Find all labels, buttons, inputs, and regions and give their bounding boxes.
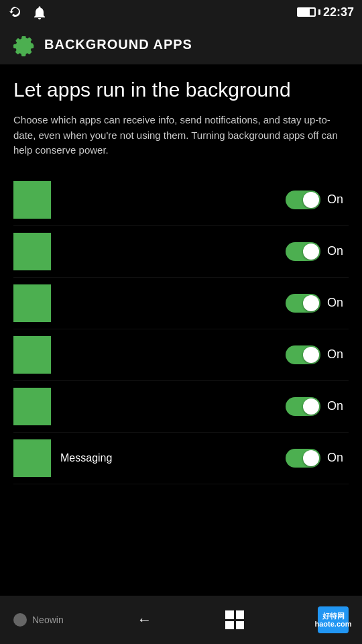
toggle-label-5: On: [327, 399, 349, 413]
win-square-2: [236, 610, 245, 619]
neowin-logo-icon: [13, 613, 27, 627]
toggle-container-1: On: [286, 191, 349, 209]
toggle-label-4: On: [327, 347, 349, 362]
status-bar: 22:37: [0, 0, 362, 24]
toggle-knob-4: [303, 347, 319, 363]
toggle-knob-5: [303, 398, 319, 415]
toggle-label-messaging: On: [327, 451, 349, 465]
bottom-nav: Neowin ← 好特网haote.com: [0, 596, 362, 644]
main-content: Let apps run in the background Choose wh…: [0, 64, 362, 484]
app-icon-2: [13, 233, 51, 270]
win-square-1: [225, 610, 234, 619]
battery-indicator: 22:37: [297, 5, 354, 19]
neowin-brand-text: Neowin: [32, 614, 64, 625]
toggle-switch-4[interactable]: [286, 345, 320, 364]
haote-badge-text: 好特网haote.com: [315, 612, 352, 628]
toggle-label-1: On: [327, 193, 349, 207]
toggle-knob-3: [303, 295, 319, 311]
refresh-icon: [8, 5, 23, 19]
app-list: On On On: [13, 174, 349, 484]
toggle-knob-1: [303, 192, 319, 208]
app-name-messaging: Messaging: [51, 452, 286, 464]
haote-badge: 好特网haote.com: [318, 606, 349, 633]
app-icon-4: [13, 336, 51, 374]
status-time: 22:37: [323, 5, 354, 19]
app-item-5: On: [13, 381, 349, 433]
app-item-2: On: [13, 226, 349, 278]
page-title: Let apps run in the background: [13, 78, 349, 102]
notification-icon: [32, 5, 47, 19]
toggle-switch-messaging[interactable]: [286, 449, 320, 468]
toggle-switch-5[interactable]: [286, 397, 320, 416]
toggle-container-4: On: [286, 345, 349, 364]
toggle-switch-1[interactable]: [286, 191, 320, 209]
nav-back-button[interactable]: ←: [137, 611, 152, 629]
toggle-knob-messaging: [303, 450, 319, 466]
toggle-switch-2[interactable]: [286, 242, 320, 261]
win-square-3: [225, 621, 234, 630]
battery-tip: [318, 9, 320, 15]
app-item-messaging: Messaging On: [13, 433, 349, 484]
battery-body: [297, 7, 316, 17]
windows-start-button[interactable]: [225, 610, 244, 629]
win-square-4: [236, 621, 245, 630]
header-title: BACKGROUND APPS: [44, 37, 192, 52]
app-icon-5: [13, 388, 51, 425]
toggle-container-3: On: [286, 294, 349, 313]
app-item-4: On: [13, 329, 349, 381]
toggle-container-messaging: On: [286, 449, 349, 468]
toggle-container-2: On: [286, 242, 349, 261]
app-item-1: On: [13, 174, 349, 226]
app-icon-1: [13, 181, 51, 219]
back-arrow-icon: ←: [137, 611, 152, 628]
battery-fill: [298, 9, 310, 15]
toggle-label-3: On: [327, 296, 349, 310]
toggle-switch-3[interactable]: [286, 294, 320, 313]
toggle-label-2: On: [327, 244, 349, 258]
app-item-3: On: [13, 278, 349, 329]
gear-icon: [11, 32, 35, 56]
toggle-knob-2: [303, 244, 319, 260]
page-header: BACKGROUND APPS: [0, 24, 362, 64]
status-icons: [8, 5, 47, 19]
nav-brand: Neowin: [13, 613, 64, 627]
app-icon-3: [13, 284, 51, 322]
page-description: Choose which apps can receive info, send…: [13, 113, 349, 158]
app-icon-messaging: [13, 439, 51, 477]
toggle-container-5: On: [286, 397, 349, 416]
